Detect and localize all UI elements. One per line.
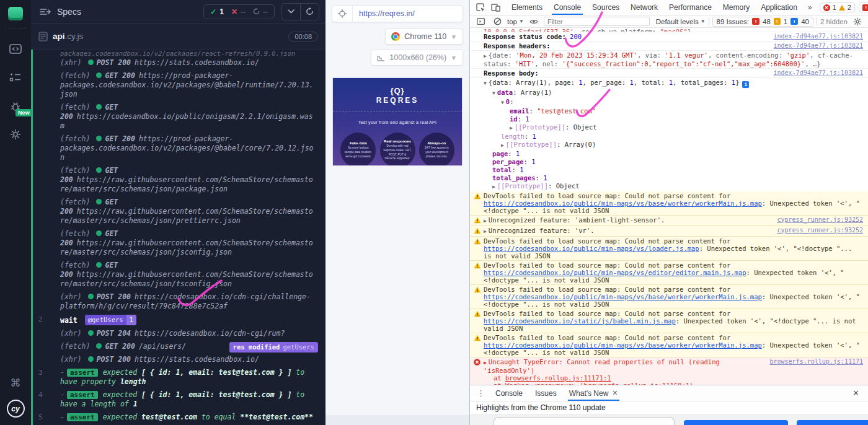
devtools-panel: ElementsConsoleSourcesNetworkPerformance… <box>469 0 868 425</box>
devtools-tab-elements[interactable]: Elements <box>506 0 548 15</box>
issues-counter[interactable]: !48 <box>859 2 868 12</box>
alias-badge[interactable]: @getUsers1 <box>85 315 136 325</box>
spec-file-row[interactable]: api.cy.js 00:08 <box>31 24 326 50</box>
command-row-net[interactable]: (fetch)GET 200https://codesandbox.io/pub… <box>33 101 326 133</box>
source-link[interactable]: index-7d94ae77.js:103821 <box>774 69 864 77</box>
drawer-close-icon[interactable]: ✕ <box>846 388 866 398</box>
devtools-tabs: ElementsConsoleSourcesNetworkPerformance… <box>506 0 803 15</box>
device-toolbar-icon[interactable] <box>489 1 502 14</box>
console-sidebar-toggle-icon[interactable] <box>474 15 487 28</box>
command-row-net[interactable]: (xhr)POST 204https://codesandbox.io/cdn-… <box>33 327 326 340</box>
source-link[interactable]: index-7d94ae77.js:103821 <box>774 33 864 40</box>
console-entry-warn[interactable]: cypress_runner.js:93252▶Unrecognized fea… <box>470 226 868 237</box>
console-entry-warn[interactable]: DevTools failed to load source map: Coul… <box>470 237 868 261</box>
devtools-tab-memory[interactable]: Memory <box>717 0 755 15</box>
route-badge[interactable]: res modifiedgetUsers <box>229 342 318 353</box>
whats-new-button[interactable] <box>797 420 868 425</box>
command-row-net[interactable]: (fetch)GET 200https://prod-packager-pack… <box>33 69 326 101</box>
console-entry-clipped: 10.0.0.0 Safari/537.36', sec-ch-ua-platf… <box>470 28 868 32</box>
devtools-tab-network[interactable]: Network <box>625 0 663 15</box>
console-settings-icon[interactable] <box>851 15 864 28</box>
clear-console-icon[interactable] <box>490 15 504 28</box>
console-entry-tree[interactable]: email: "test@test.com" <box>470 107 868 115</box>
console-entry-tree[interactable]: ▶[[Prototype]]: Object <box>470 182 868 191</box>
rerun-button[interactable] <box>300 4 319 20</box>
info-icon[interactable]: i <box>742 81 749 88</box>
browser-selector[interactable]: Chrome 110 ▼ <box>385 28 463 45</box>
console-entry-tree[interactable]: total: 1 <box>470 166 868 174</box>
aut-iframe-reqres[interactable]: {Q} REQRES Test your front-end against a… <box>333 78 462 165</box>
command-row-assert[interactable]: 3-assertexpected [ { id: 1, email: test@… <box>33 366 326 388</box>
drawer-menu-icon[interactable]: ⋮ <box>472 388 489 398</box>
specs-menu-icon[interactable] <box>40 8 51 15</box>
test-list-icon[interactable] <box>0 63 31 92</box>
error-warning-counter[interactable]: ✕1 2 <box>820 2 855 12</box>
viewport-selector[interactable]: 1000x660 (26%) ▼ <box>371 50 463 66</box>
console-entry-preview[interactable]: ▶{date: 'Mon, 20 Feb 2023 15:29:34 GMT',… <box>470 51 868 69</box>
command-row-wait[interactable]: 2wait@getUsers1 <box>33 313 326 327</box>
console-entry-tree[interactable]: total_pages: 1 <box>470 174 868 182</box>
specs-title[interactable]: Specs <box>57 7 81 17</box>
command-row-net[interactable]: (fetch)GET 200https://raw.githubusercont… <box>33 196 326 227</box>
reqres-feature-circle: Fake dataNo more tedious sample data cre… <box>340 133 376 165</box>
drawer-tab-issues[interactable]: Issues <box>529 385 563 401</box>
drawer-tab-what-s-new[interactable]: What's New✕ <box>563 385 624 401</box>
issues-summary[interactable]: 89 Issues: !48 !1 i40 <box>712 17 813 27</box>
status-dot <box>96 230 102 236</box>
code-editor-icon[interactable] <box>0 35 31 63</box>
console-entry-tree[interactable]: per_page: 1 <box>470 158 868 166</box>
source-link[interactable]: index-7d94ae77.js:103821 <box>774 42 864 50</box>
console-entry-warn[interactable]: cypress_runner.js:93252▶Unrecognized fea… <box>470 216 868 226</box>
devtools-tab-sources[interactable]: Sources <box>587 0 625 15</box>
console-entry-error[interactable]: browserfs.rollup.js:11171▶Uncaught TypeE… <box>470 357 868 385</box>
command-row-net[interactable]: (fetch)GET 200https://raw.githubusercont… <box>33 227 326 259</box>
console-entry-tree[interactable]: ▼data: Array(1) <box>470 89 868 98</box>
command-row-net[interactable]: (fetch)GET 200https://prod-packager-pack… <box>33 133 326 164</box>
aut-url[interactable]: https://reqres.in/ <box>353 9 415 18</box>
more-tabs-chevron[interactable]: » <box>804 3 816 12</box>
console-entry-warn[interactable]: DevTools failed to load source map: Coul… <box>470 261 868 285</box>
console-entry-tree[interactable]: ▼{data: Array(1), page: 1, per_page: 1, … <box>470 78 868 89</box>
inspect-element-icon[interactable] <box>474 1 487 14</box>
command-row-net[interactable]: (fetch)GET 200https://raw.githubusercont… <box>33 164 326 196</box>
collapse-button[interactable] <box>281 4 300 20</box>
hidden-messages-label[interactable]: 2 hidden <box>820 18 848 25</box>
selector-playground-button[interactable] <box>332 6 353 22</box>
console-entry-warn[interactable]: DevTools failed to load source map: Coul… <box>470 309 868 333</box>
command-row-net[interactable]: (xhr)POST 200https://stats.codesandbox.i… <box>33 353 326 366</box>
console-entry-tree[interactable]: id: 1 <box>470 115 868 123</box>
tab-close-icon[interactable]: ✕ <box>612 389 618 397</box>
devtools-tab-application[interactable]: Application <box>755 0 803 15</box>
console-entry-tree[interactable]: length: 1 <box>470 133 868 141</box>
console-entry-warn[interactable]: DevTools failed to load source map: Coul… <box>470 285 868 309</box>
command-row-net[interactable]: (fetch)GET 200https://raw.githubusercont… <box>33 259 326 291</box>
devtools-tab-console[interactable]: Console <box>548 0 587 15</box>
context-selector[interactable]: top▼ <box>507 18 524 25</box>
command-row-net[interactable]: (fetch)GET 200/api/users/res modifiedget… <box>33 340 326 353</box>
source-link[interactable]: cypress_runner.js:93252 <box>777 216 863 224</box>
console-entry-tree[interactable]: ▶[[Prototype]]: Object <box>470 123 868 133</box>
settings-gear-icon[interactable] <box>0 120 31 149</box>
command-row-net[interactable]: (xhr)POST 200https://stats.codesandbox.i… <box>33 56 326 69</box>
source-link[interactable]: browserfs.rollup.js:11171 <box>769 358 863 366</box>
source-link[interactable]: cypress_runner.js:93252 <box>777 227 863 234</box>
live-expression-eye-icon[interactable] <box>527 15 541 28</box>
cypress-logo[interactable]: cy <box>7 400 25 418</box>
drawer-tab-console[interactable]: Console <box>489 385 529 401</box>
command-row-assert[interactable]: 5-assertexpected test@test.com to equal … <box>33 411 326 424</box>
console-entry-tree[interactable]: page: 1 <box>470 150 868 158</box>
keyboard-shortcuts-icon[interactable]: ⌘ <box>11 371 21 395</box>
console-entry-tree[interactable]: ▶[[Prototype]]: Array(0) <box>470 141 868 150</box>
log-levels-selector[interactable]: Default levels▼ <box>656 18 706 25</box>
cypress-app-logo-icon[interactable] <box>8 7 23 20</box>
console-entry-warn[interactable]: DevTools failed to load source map: Coul… <box>470 191 868 216</box>
spec-duration: 00:08 <box>288 32 318 42</box>
command-row-assert[interactable]: 4-assertexpected [ { id: 1, email: test@… <box>33 388 326 411</box>
command-row-net[interactable]: (xhr)POST 200https://codesandbox.io/cdn-… <box>33 291 326 313</box>
whats-new-button[interactable] <box>684 420 788 425</box>
console-entry-warn[interactable]: DevTools failed to load source map: Coul… <box>470 333 868 357</box>
console-filter-input[interactable] <box>544 17 650 26</box>
console-entry-tree[interactable]: ▼0: <box>470 98 868 107</box>
devtools-tab-performance[interactable]: Performance <box>663 0 717 15</box>
debug-icon[interactable]: New <box>0 92 31 120</box>
